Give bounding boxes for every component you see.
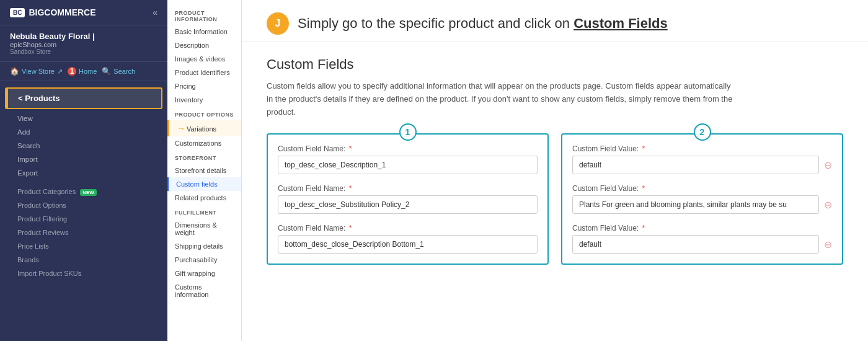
arrow-icon: → xyxy=(177,123,185,133)
required-indicator-v2: * xyxy=(642,184,645,193)
required-indicator: * xyxy=(349,144,352,153)
pnav-purchasability[interactable]: Purchasability xyxy=(167,253,241,267)
field-1-name-label: Custom Field Name: * xyxy=(278,144,538,153)
subnav-import-product-skus[interactable]: Import Product SKUs xyxy=(0,267,167,280)
logo-icon: BC xyxy=(10,8,25,17)
sidebar-logo-area: BC BIGCOMMERCE « xyxy=(0,0,167,25)
store-icon: 🏠 xyxy=(10,67,19,76)
pnav-description[interactable]: Description xyxy=(167,38,241,52)
new-badge: NEW xyxy=(80,189,97,196)
store-url: epicShops.com xyxy=(10,41,157,48)
subnav-product-options[interactable]: Product Options xyxy=(0,198,167,212)
field-1-name-input[interactable] xyxy=(278,156,538,174)
field-1-value-label: Custom Field Value: * xyxy=(572,144,832,153)
required-indicator-2: * xyxy=(349,184,352,193)
fields-grid: 1 Custom Field Name: * Custom Field Name… xyxy=(267,133,843,265)
pnav-pricing[interactable]: Pricing xyxy=(167,79,241,93)
products-label: < Products xyxy=(18,94,60,103)
view-store-label: View Store xyxy=(22,68,55,75)
search-link[interactable]: 🔍 Search xyxy=(102,67,135,76)
store-name: Nebula Beauty Floral | xyxy=(10,32,157,41)
field-3-name-label: Custom Field Name: * xyxy=(278,224,538,232)
home-link[interactable]: 1 Home xyxy=(68,67,97,76)
pnav-storefront-details[interactable]: Storefront details xyxy=(167,164,241,177)
view-store-link[interactable]: 🏠 View Store ↗ xyxy=(10,67,63,76)
tutorial-title-link[interactable]: Custom Fields xyxy=(574,16,668,31)
pnav-product-identifiers[interactable]: Product Identifiers xyxy=(167,66,241,79)
field-3-value-label: Custom Field Value: * xyxy=(572,224,832,232)
field-group-2-value: Custom Field Value: * ⊖ xyxy=(572,184,832,214)
subnav-product-reviews[interactable]: Product Reviews xyxy=(0,226,167,239)
product-nav-panel: PRODUCT INFORMATION Basic Information De… xyxy=(167,0,242,341)
logo-text: BIGCOMMERCE xyxy=(29,7,95,17)
subnav-add[interactable]: Add xyxy=(0,125,167,139)
sidebar-actions: 🏠 View Store ↗ 1 Home 🔍 Search xyxy=(0,62,167,81)
required-indicator-3: * xyxy=(349,224,352,232)
subnav-export[interactable]: Export xyxy=(0,166,167,180)
pnav-customs-information[interactable]: Customs information xyxy=(167,280,241,301)
field-1-value-row: ⊖ xyxy=(572,156,832,174)
pnav-section-product-options: PRODUCT OPTIONS xyxy=(167,107,241,120)
tutorial-header: J Simply go to the specific product and … xyxy=(242,0,868,42)
products-nav-header[interactable]: < Products xyxy=(5,87,162,109)
field-group-2-name: Custom Field Name: * xyxy=(278,184,538,214)
field-2-value-input[interactable] xyxy=(572,195,819,214)
field-1-value-input[interactable] xyxy=(572,156,819,174)
pnav-related-products[interactable]: Related products xyxy=(167,191,241,205)
field-3-remove-button[interactable]: ⊖ xyxy=(824,239,832,250)
pnav-variations[interactable]: →Variations xyxy=(167,120,241,136)
subnav-search[interactable]: Search xyxy=(0,139,167,153)
pnav-images-videos[interactable]: Images & videos xyxy=(167,52,241,66)
products-nav-item[interactable]: < Products xyxy=(6,89,161,108)
pnav-section-product-info: PRODUCT INFORMATION xyxy=(167,5,241,25)
field-3-name-input[interactable] xyxy=(278,235,538,254)
logo: BC BIGCOMMERCE xyxy=(10,7,96,17)
field-2-remove-button[interactable]: ⊖ xyxy=(824,199,832,211)
field-1-remove-button[interactable]: ⊖ xyxy=(824,159,832,171)
required-indicator-v1: * xyxy=(642,144,645,153)
sidebar: BC BIGCOMMERCE « Nebula Beauty Floral | … xyxy=(0,0,167,341)
field-values-column: 2 Custom Field Value: * ⊖ Custom Fiel xyxy=(561,133,843,265)
home-label: Home xyxy=(79,68,97,75)
pnav-basic-info[interactable]: Basic Information xyxy=(167,25,241,38)
pnav-shipping-details[interactable]: Shipping details xyxy=(167,239,241,253)
field-names-column: 1 Custom Field Name: * Custom Field Name… xyxy=(267,133,549,265)
subnav-price-lists[interactable]: Price Lists xyxy=(0,239,167,253)
sidebar-collapse-button[interactable]: « xyxy=(153,7,157,17)
search-icon: 🔍 xyxy=(102,67,111,76)
subnav-brands[interactable]: Brands xyxy=(0,253,167,267)
pnav-custom-fields[interactable]: Custom fields xyxy=(167,177,241,191)
field-3-value-input[interactable] xyxy=(572,235,819,254)
custom-fields-content: Custom Fields Custom fields allow you to… xyxy=(242,42,868,280)
pnav-customizations[interactable]: Customizations xyxy=(167,136,241,150)
products-subnav: View Add Search Import Export Product Ca… xyxy=(0,112,167,280)
tutorial-title: Simply go to the specific product and cl… xyxy=(298,16,668,32)
subnav-import[interactable]: Import xyxy=(0,153,167,166)
pnav-gift-wrapping[interactable]: Gift wrapping xyxy=(167,267,241,280)
field-2-name-input[interactable] xyxy=(278,195,538,214)
pnav-section-fulfillment: FULFILLMENT xyxy=(167,205,241,218)
pnav-dimensions-weight[interactable]: Dimensions & weight xyxy=(167,218,241,239)
sidebar-nav: < Products View Add Search Import Export… xyxy=(0,81,167,284)
section-title: Custom Fields xyxy=(267,56,843,73)
tutorial-title-before: Simply go to the specific product and cl… xyxy=(298,16,574,31)
search-label: Search xyxy=(113,68,135,75)
subnav-view[interactable]: View xyxy=(0,112,167,125)
subnav-product-categories[interactable]: Product Categories NEW xyxy=(0,185,167,198)
field-3-value-row: ⊖ xyxy=(572,235,832,254)
external-link-icon: ↗ xyxy=(57,68,63,76)
notification-icon: 1 xyxy=(68,67,76,76)
pnav-inventory[interactable]: Inventory xyxy=(167,93,241,107)
column2-badge: 2 xyxy=(694,123,711,141)
required-indicator-v3: * xyxy=(642,224,645,232)
subnav-product-filtering[interactable]: Product Filtering xyxy=(0,212,167,226)
main-content: J Simply go to the specific product and … xyxy=(242,0,868,341)
field-group-1-name: Custom Field Name: * xyxy=(278,144,538,174)
field-group-3-value: Custom Field Value: * ⊖ xyxy=(572,224,832,254)
store-type: Sandbox Store xyxy=(10,48,157,55)
field-2-name-label: Custom Field Name: * xyxy=(278,184,538,193)
step-badge: J xyxy=(267,12,289,35)
section-description: Custom fields allow you to specify addit… xyxy=(267,80,738,118)
field-group-1-value: Custom Field Value: * ⊖ xyxy=(572,144,832,174)
column1-badge: 1 xyxy=(399,123,417,141)
